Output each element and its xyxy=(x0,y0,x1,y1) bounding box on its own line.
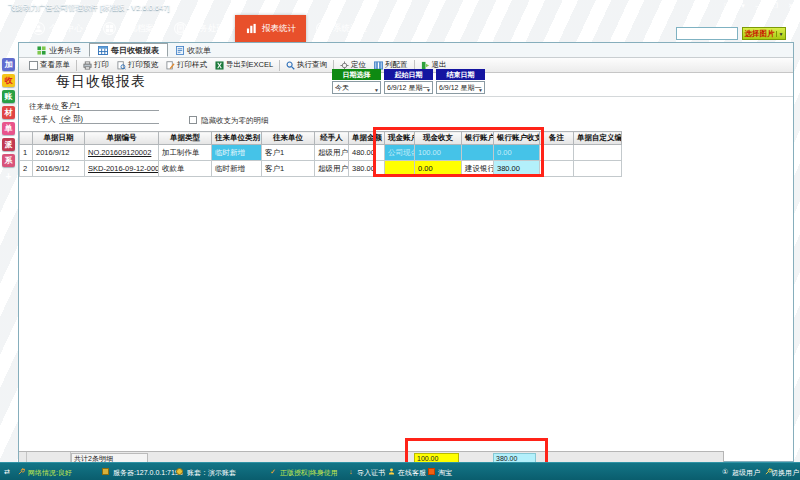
online-service-link[interactable]: 在线客服 xyxy=(398,468,426,478)
chevron-down-icon: ▼ xyxy=(478,85,483,94)
toolbar-separator xyxy=(279,60,280,71)
wrench-icon xyxy=(18,468,25,475)
pin-icon[interactable]: ▾ xyxy=(738,2,748,10)
col-partner-type[interactable]: 往来单位类别 xyxy=(212,132,262,145)
tab-report-statistics[interactable]: 报表统计 xyxy=(235,15,306,42)
current-user[interactable]: 超级用户 xyxy=(732,468,760,478)
document-icon xyxy=(29,61,38,70)
chevron-down-icon: ▼ xyxy=(776,31,785,37)
coin-icon xyxy=(176,468,183,475)
partner-label: 往来单位 xyxy=(29,102,59,112)
hide-zero-checkbox[interactable] xyxy=(189,116,197,124)
server-icon xyxy=(102,468,109,475)
shop-link[interactable]: 淘宝 xyxy=(438,468,452,478)
sidebar-item-dispatch[interactable]: 派 xyxy=(2,138,15,151)
print-style-button[interactable]: 打印样式 xyxy=(162,59,211,72)
input-underline xyxy=(59,110,159,111)
col-rownum xyxy=(20,132,33,145)
account-set: 账套：演示账套 xyxy=(187,468,236,478)
person-icon xyxy=(388,468,395,475)
page-title: 每日收银报表 xyxy=(56,73,146,91)
application-window: 飞扬动力广告公司管理软件 [标准版 - V2.6.0.647] ❏ ▾ — ❐ … xyxy=(0,0,800,480)
tab-base-archives[interactable]: 基础档案 xyxy=(93,15,164,42)
minimize-icon[interactable]: — xyxy=(754,2,764,10)
divider xyxy=(19,96,793,97)
view-source-doc-button[interactable]: 查看原单 xyxy=(25,59,74,72)
window-controls: ❏ ▾ — ❐ ✕ xyxy=(722,2,796,10)
col-bank-amount[interactable]: 银行账户收支 xyxy=(494,132,540,145)
user-level-icon: ① xyxy=(722,468,728,476)
tab-business-process[interactable]: 业务处理 xyxy=(164,15,235,42)
end-date-select[interactable]: 6/9/12 星期一 ▼ xyxy=(436,81,485,94)
report-table: 单据日期 单据编号 单据类型 往来单位类别 往来单位 经手人 单据金额 现金账户… xyxy=(19,131,622,177)
tab-label: 个人中心 xyxy=(49,23,83,35)
col-custom-no[interactable]: 单据自定义编号 xyxy=(574,132,622,145)
print-preview-icon xyxy=(117,61,126,70)
col-partner[interactable]: 往来单位 xyxy=(262,132,315,145)
col-doc-type[interactable]: 单据类型 xyxy=(159,132,212,145)
wizard-icon xyxy=(37,46,46,55)
switch-user-link[interactable]: 切换用户 xyxy=(771,468,799,478)
col-doc-date[interactable]: 单据日期 xyxy=(33,132,85,145)
pick-image-button[interactable]: 选择图片 ▼ xyxy=(742,27,786,40)
sidebar-item-material[interactable]: 材 xyxy=(2,106,15,119)
handler-label: 经手人 xyxy=(33,115,56,125)
sidebar-item-add[interactable]: 加 xyxy=(2,58,15,71)
chevron-down-icon: ▼ xyxy=(426,85,431,94)
col-remark[interactable]: 备注 xyxy=(540,132,574,145)
status-bar: ⇄ 网络情况:良好 服务器:127.0.0.1:7198 账套：演示账套 ✓ 正… xyxy=(0,462,800,480)
restore-icon[interactable]: ❐ xyxy=(770,2,780,10)
col-amount[interactable]: 单据金额 xyxy=(349,132,385,145)
execute-query-button[interactable]: 执行查询 xyxy=(282,59,331,72)
sidebar-item-receive[interactable]: 收 xyxy=(2,74,15,87)
pick-image-label: 选择图片 xyxy=(743,29,776,39)
print-button[interactable]: 打印 xyxy=(79,59,113,72)
col-cash-amount[interactable]: 现金收支 xyxy=(415,132,462,145)
tab-label: 基础档案 xyxy=(120,23,154,35)
sidebar-item-system[interactable]: 系 xyxy=(2,154,15,167)
tab-receipt-doc[interactable]: 收款单 xyxy=(168,43,219,57)
sidebar-item-plus[interactable]: + xyxy=(2,170,15,183)
tab-label: 收款单 xyxy=(187,45,211,56)
taobao-icon xyxy=(428,468,435,475)
col-cash-account[interactable]: 现金账户 xyxy=(385,132,415,145)
table-header-row: 单据日期 单据编号 单据类型 往来单位类别 往来单位 经手人 单据金额 现金账户… xyxy=(20,132,622,145)
sidebar-item-doc[interactable]: 单 xyxy=(2,122,15,135)
doc-no-link[interactable]: SKD-2016-09-12-0001 xyxy=(88,164,159,173)
archive-icon xyxy=(103,22,116,35)
bar-chart-icon xyxy=(245,22,258,35)
tab-business-wizard[interactable]: 业务向导 xyxy=(29,43,89,57)
doc-no-link[interactable]: NO.201609120002 xyxy=(88,148,151,157)
col-handler[interactable]: 经手人 xyxy=(315,132,349,145)
image-search-input[interactable] xyxy=(676,27,738,40)
network-status: 网络情况:良好 xyxy=(28,468,72,478)
date-range-select[interactable]: 今天 ▼ xyxy=(332,81,381,94)
skin-icon[interactable]: ❏ xyxy=(722,2,732,10)
col-doc-no[interactable]: 单据编号 xyxy=(85,132,159,145)
col-bank-account[interactable]: 银行账户 xyxy=(462,132,494,145)
close-icon[interactable]: ✕ xyxy=(786,2,796,10)
excel-icon xyxy=(215,61,224,70)
table-grid-icon xyxy=(98,46,108,55)
tab-system-settings[interactable]: 系统设置 xyxy=(306,15,377,42)
start-date-label: 起始日期 xyxy=(384,69,433,80)
hide-zero-label: 隐藏收支为零的明细 xyxy=(201,116,269,126)
end-date-label: 结束日期 xyxy=(436,69,485,80)
sync-icon[interactable]: ⇄ xyxy=(4,468,10,476)
table-row[interactable]: 2 2016/9/12 SKD-2016-09-12-0001 收款单 临时新增… xyxy=(20,161,622,177)
tab-label: 报表统计 xyxy=(262,23,296,35)
sidebar-item-account[interactable]: 账 xyxy=(2,90,15,103)
export-excel-button[interactable]: 导出到EXCEL xyxy=(211,59,277,72)
search-icon xyxy=(286,61,295,70)
tab-daily-cash-report[interactable]: 每日收银报表 xyxy=(89,43,168,57)
main-nav: 个人中心 基础档案 业务处理 报表统计 系统设置 xyxy=(22,15,377,42)
print-preview-button[interactable]: 打印预览 xyxy=(113,59,162,72)
quick-sidebar: 加 收 账 材 单 派 系 + xyxy=(2,58,16,183)
table-row[interactable]: 1 2016/9/12 NO.201609120002 加工制作单 临时新增 客… xyxy=(20,145,622,161)
import-cert-link[interactable]: 导入证书 xyxy=(357,468,385,478)
start-date-select[interactable]: 6/9/12 星期一 ▼ xyxy=(384,81,433,94)
receipt-doc-icon xyxy=(176,46,184,55)
printer-icon xyxy=(83,61,92,70)
tab-personal-center[interactable]: 个人中心 xyxy=(22,15,93,42)
tab-label: 每日收银报表 xyxy=(111,45,159,56)
